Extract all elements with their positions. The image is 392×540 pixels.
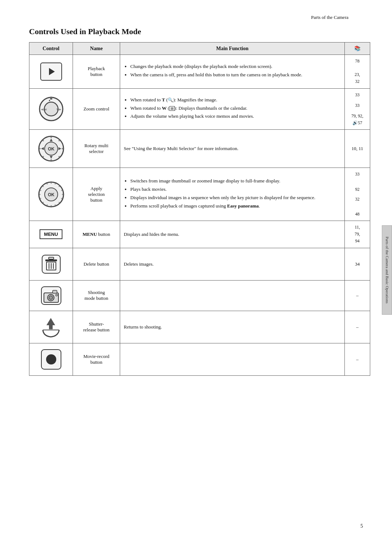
- function-cell-rotary: See "Using the Rotary Multi Selector" fo…: [120, 130, 345, 168]
- shutter-icon-container: [33, 314, 69, 340]
- function-cell-movie: [120, 343, 345, 375]
- function-cell-delete: Deletes images.: [120, 248, 345, 280]
- name-cell-shutter: Shutter-release button: [73, 311, 120, 343]
- svg-text:OK: OK: [48, 146, 54, 152]
- table-header-row: Control Name Main Function 📚: [29, 43, 370, 55]
- svg-point-7: [50, 137, 52, 138]
- playback-button-icon: [40, 63, 62, 81]
- function-cell-menu: Displays and hides the menu.: [120, 221, 345, 248]
- svg-rect-54: [49, 325, 53, 329]
- table-row: Shutter-release button Returns to shooti…: [29, 311, 370, 343]
- ref-cell-shooting: –: [345, 280, 370, 311]
- svg-rect-42: [45, 259, 57, 261]
- zoom-icon-container: ≪W T≫ ▲: [33, 94, 69, 124]
- section-title: Controls Used in Playback Mode: [29, 27, 370, 36]
- svg-point-11: [42, 140, 44, 141]
- ref-cell-menu: 11,79,94: [345, 221, 370, 248]
- svg-point-28: [42, 202, 44, 203]
- section-title-text: Controls Used in Playback Mode: [29, 27, 141, 36]
- shooting-icon-container: [33, 283, 69, 308]
- ref-cell-rotary: 10, 11: [345, 130, 370, 168]
- shutter-release-icon: [39, 316, 63, 338]
- page-header: Parts of the Camera: [29, 15, 370, 20]
- control-cell-zoom: ≪W T≫ ▲: [29, 88, 73, 130]
- control-cell-shutter: [29, 311, 73, 343]
- menu-icon-container: MENU: [33, 227, 69, 241]
- side-tab: Parts of the Camera and Basic Operations: [382, 225, 392, 315]
- svg-text:≪W: ≪W: [41, 108, 47, 111]
- svg-point-30: [46, 183, 48, 184]
- control-cell-rotary: OK: [29, 130, 73, 168]
- delete-icon-container: [33, 251, 69, 277]
- control-cell-menu: MENU: [29, 221, 73, 248]
- name-cell-movie: Movie-recordbutton: [73, 343, 120, 375]
- menu-button-icon: MENU: [40, 229, 62, 239]
- svg-point-8: [50, 159, 52, 161]
- svg-point-35: [40, 198, 41, 199]
- svg-point-26: [42, 186, 44, 187]
- svg-text:▲: ▲: [48, 99, 51, 101]
- col-header-name: Name: [73, 43, 120, 55]
- svg-point-33: [54, 204, 56, 205]
- control-cell-shooting: [29, 280, 73, 311]
- function-cell-playback: Changes the playback mode (displays the …: [120, 55, 345, 89]
- svg-point-34: [40, 190, 41, 191]
- svg-point-57: [46, 354, 56, 364]
- name-cell-playback: Playbackbutton: [73, 55, 120, 89]
- page-number: 5: [360, 523, 363, 529]
- zoom-control-icon: ≪W T≫ ▲: [38, 96, 64, 122]
- delete-button-icon: [40, 253, 62, 275]
- play-triangle-icon: [49, 68, 55, 75]
- control-cell-apply: OK: [29, 168, 73, 221]
- function-cell-shooting: [120, 280, 345, 311]
- svg-point-9: [39, 148, 41, 149]
- svg-point-32: [46, 204, 48, 205]
- control-cell-delete: [29, 248, 73, 280]
- svg-point-10: [62, 148, 63, 149]
- svg-text:T≫: T≫: [56, 108, 61, 111]
- svg-point-50: [49, 296, 53, 299]
- shooting-mode-icon: [40, 286, 62, 306]
- table-row: Delete button Deletes images. 34: [29, 248, 370, 280]
- ref-cell-playback: 78 23,32: [345, 55, 370, 89]
- table-row: Movie-recordbutton –: [29, 343, 370, 375]
- apply-icon-container: OK: [33, 178, 69, 210]
- ref-cell-delete: 34: [345, 248, 370, 280]
- table-row: Playbackbutton Changes the playback mode…: [29, 55, 370, 89]
- control-cell-playback: [29, 55, 73, 89]
- name-cell-zoom: Zoom control: [73, 88, 120, 130]
- svg-point-27: [58, 186, 60, 187]
- playback-icon-container: [33, 60, 69, 83]
- ref-cell-zoom: 33 33 79, 92,🔊57: [345, 88, 370, 130]
- svg-point-36: [61, 190, 62, 191]
- movie-record-icon: [40, 348, 62, 370]
- svg-point-13: [42, 156, 44, 157]
- svg-point-37: [61, 198, 62, 199]
- ref-cell-apply: 33 92 32 48: [345, 168, 370, 221]
- name-cell-rotary: Rotary multiselector: [73, 130, 120, 168]
- table-row: Shootingmode button –: [29, 280, 370, 311]
- control-cell-movie: [29, 343, 73, 375]
- rotary-selector-icon: OK: [37, 135, 65, 162]
- name-cell-shooting: Shootingmode button: [73, 280, 120, 311]
- function-cell-zoom: When rotated to T (🔍): Magnifies the ima…: [120, 88, 345, 130]
- svg-text:OK: OK: [48, 192, 54, 197]
- ref-cell-movie: –: [345, 343, 370, 375]
- controls-table: Control Name Main Function 📚 Playbackbut…: [29, 42, 370, 376]
- svg-point-29: [58, 202, 60, 203]
- function-cell-shutter: Returns to shooting.: [120, 311, 345, 343]
- svg-point-23: [50, 205, 52, 206]
- svg-marker-53: [46, 318, 55, 325]
- name-cell-menu: MENU button: [73, 221, 120, 248]
- header-text: Parts of the Camera: [311, 15, 348, 20]
- table-row: OK Rotary multiselector See "Using the R…: [29, 130, 370, 168]
- table-row: MENU MENU button Displays and hides the …: [29, 221, 370, 248]
- svg-point-31: [54, 183, 56, 184]
- table-row: OK Applyselectionbutton Switches from im…: [29, 168, 370, 221]
- col-header-control: Control: [29, 43, 73, 55]
- svg-point-24: [39, 194, 40, 195]
- svg-rect-51: [53, 290, 57, 293]
- svg-point-12: [58, 140, 60, 141]
- movie-icon-container: [33, 346, 69, 372]
- ref-cell-shutter: –: [345, 311, 370, 343]
